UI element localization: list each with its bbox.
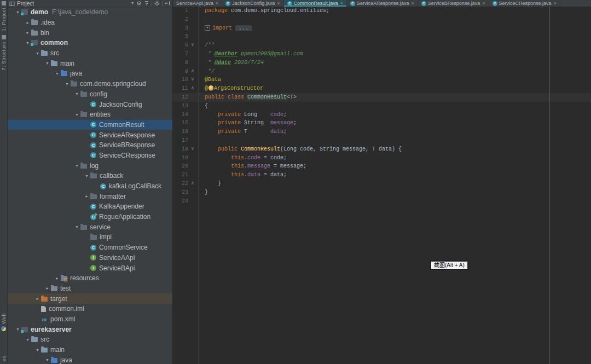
tree-row[interactable]: CJacksonConfig [8,99,172,109]
tree-collapse-icon[interactable]: ▾ [34,51,41,56]
editor-tab[interactable]: CJacksonConfig.java× [222,0,283,7]
tree-expand-icon[interactable]: ▸ [24,20,31,25]
tree-expand-icon[interactable]: ▸ [34,296,41,301]
tree-row[interactable]: ▸resources [8,273,172,284]
fold-close-icon[interactable]: ∧ [188,180,197,188]
tree-row[interactable]: ▾demoF:\java_code\demo [8,7,172,18]
code-line[interactable]: 7 * @author ppmsn2005@gmail.com [173,50,591,59]
locate-icon[interactable] [136,1,142,6]
close-tab-icon[interactable]: × [411,1,414,6]
tree-collapse-icon[interactable]: ▾ [34,348,41,353]
code-line[interactable]: 23} [173,188,591,197]
close-tab-icon[interactable]: × [482,1,485,6]
tree-row[interactable]: CServiceCResponse [8,151,172,161]
editor-tab[interactable]: ServiceAApi.java× [173,0,222,7]
code-line[interactable]: 1package com.demo.springcloud.entities; [173,7,591,15]
tree-collapse-icon[interactable]: ▾ [73,91,80,96]
fold-open-icon[interactable]: ∨ [188,76,197,84]
editor-tab[interactable]: CCommonResult.java× [284,0,347,7]
tree-row[interactable]: CKafkaAppender [8,201,172,212]
tree-collapse-icon[interactable]: ▾ [73,112,80,117]
tree-row[interactable]: CRogueApplication [8,212,172,222]
code-line[interactable]: 21 this.data = data; [173,171,591,180]
collapse-all-icon[interactable] [144,1,149,6]
tree-row[interactable]: ▾java [8,355,172,364]
tree-row[interactable]: CCommonResult [8,120,172,130]
stripe-button-project[interactable]: 1: Project [0,1,7,31]
tree-row[interactable]: CCommonService [8,242,172,253]
fold-close-icon[interactable]: ∧ [188,84,197,93]
close-tab-icon[interactable]: × [216,1,218,6]
tree-expand-icon[interactable]: ▸ [44,286,51,291]
tree-row[interactable]: ▾src [8,334,172,345]
tree-row[interactable]: ▾common [8,38,172,48]
stripe-button-web[interactable]: Web [0,313,7,331]
tree-collapse-icon[interactable]: ▾ [73,163,80,168]
tree-collapse-icon[interactable]: ▾ [63,82,71,86]
tree-row[interactable]: ▸target [8,293,172,304]
code-line[interactable]: 10∨@Data [173,76,591,84]
unfold-plus-icon[interactable]: + [205,25,210,31]
code-line[interactable]: 12public class CommonResult<T> [173,93,591,102]
code-line[interactable]: 11∧@ArgsConstructor [173,84,591,93]
close-tab-icon[interactable]: × [340,1,343,6]
intention-bulb-icon[interactable] [208,85,213,90]
tree-row[interactable]: CServiceBResponse [8,140,172,151]
tree-row[interactable]: mpom.xml [8,314,172,325]
code-line[interactable]: 20 this.message = message; [173,162,591,171]
view-selector-chevron-icon[interactable]: ▾ [131,1,134,5]
code-line[interactable]: 22∧ } [173,180,591,188]
code-line[interactable]: 19 this.code = code; [173,154,591,163]
tree-row[interactable]: ▸bin [8,27,172,38]
tree-row[interactable]: ▾entities [8,109,172,120]
tree-row[interactable]: ▸.idea [8,18,172,28]
tree-row[interactable]: ▾log [8,160,172,171]
code-line[interactable]: 17 [173,136,591,145]
settings-gear-icon[interactable] [154,1,160,6]
code-line[interactable]: 14 private Long code; [173,111,591,119]
tree-row[interactable]: common.iml [8,304,172,314]
stripe-button-structure[interactable]: 7: Structure [0,35,7,71]
code-line[interactable]: 13{ [173,102,591,111]
code-line[interactable]: 3+import ... [173,24,591,33]
tree-collapse-icon[interactable]: ▾ [44,61,51,66]
code-line[interactable]: 9∧ */ [173,67,591,76]
tree-expand-icon[interactable]: ▸ [54,276,61,281]
tree-row[interactable]: ▸test [8,284,172,294]
tree-expand-icon[interactable]: ▸ [83,194,90,199]
stripe-button-es[interactable]: es [0,356,7,362]
tree-row[interactable]: IServiceAApi [8,253,172,263]
tree-collapse-icon[interactable]: ▾ [73,224,80,229]
tree-expand-icon[interactable]: ▸ [24,30,31,35]
tree-collapse-icon[interactable]: ▾ [83,174,90,178]
fold-open-icon[interactable]: ∨ [188,41,197,50]
tree-collapse-icon[interactable]: ▾ [54,71,61,76]
editor-tab[interactable]: CServiceAResponse.java× [347,0,418,7]
tree-row[interactable]: ▾java [8,68,172,79]
editor-tab[interactable]: CServiceCResponse.java× [489,0,560,7]
code-line[interactable]: 24 [173,197,591,206]
tree-collapse-icon[interactable]: ▾ [44,357,51,362]
close-tab-icon[interactable]: × [554,1,557,6]
code-line[interactable]: 6∨/** [173,41,591,50]
fold-close-icon[interactable]: ∧ [188,67,197,76]
tree-row[interactable]: CServiceAResponse [8,130,172,140]
hide-panel-icon[interactable] [165,1,170,6]
tree-row[interactable]: ▾src [8,48,172,59]
tree-row[interactable]: ▾service [8,222,172,232]
code-editor[interactable]: 1package com.demo.springcloud.entities;2… [173,7,591,364]
editor-tab[interactable]: CServiceBResponse.java× [418,0,489,7]
close-tab-icon[interactable]: × [277,1,280,6]
tree-row[interactable]: impl [8,232,172,242]
tree-row[interactable]: ▾main [8,345,172,355]
tree-collapse-icon[interactable]: ▾ [24,337,31,342]
code-line[interactable]: 18∨ public CommonResult(Long code, Strin… [173,145,591,154]
code-line[interactable]: 16 private T data; [173,128,591,136]
tree-row[interactable]: CkafkaLogCallBack [8,181,172,192]
tree-row[interactable]: ▾eurekaserver [8,324,172,334]
code-line[interactable]: 8 * @date 2020/7/24 [173,59,591,67]
tree-row[interactable]: ▾com.demo.springcloud [8,79,172,89]
code-line[interactable]: 15 private String message; [173,119,591,128]
code-line[interactable]: 2 [173,15,591,24]
code-line[interactable]: 5 [173,32,591,41]
